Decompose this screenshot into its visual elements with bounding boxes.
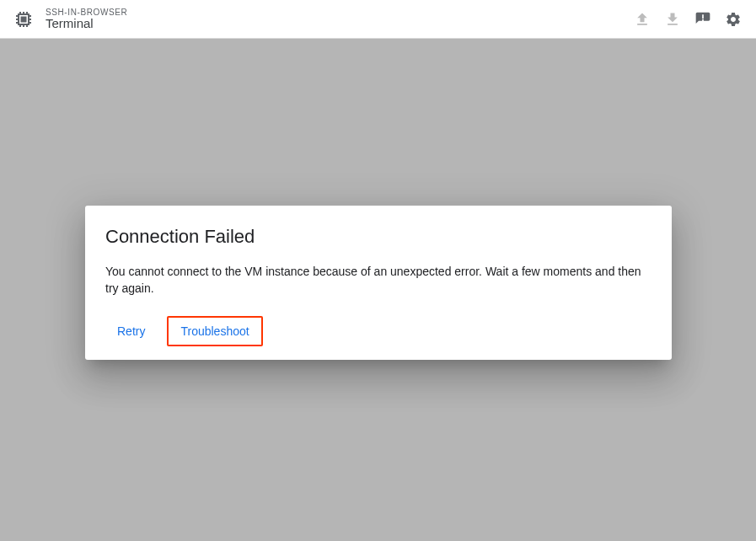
connection-failed-dialog: Connection Failed You cannot connect to …: [85, 206, 672, 360]
download-icon[interactable]: [663, 10, 682, 29]
svg-rect-1: [22, 17, 26, 21]
dialog-title: Connection Failed: [105, 226, 651, 248]
header-titles: SSH-IN-BROWSER Terminal: [46, 8, 127, 31]
chip-icon: [13, 9, 34, 29]
gear-icon[interactable]: [724, 10, 743, 29]
header-left: SSH-IN-BROWSER Terminal: [13, 8, 127, 31]
dialog-actions: Retry Troubleshoot: [105, 316, 651, 346]
feedback-icon[interactable]: [694, 10, 712, 29]
dialog-message: You cannot connect to the VM instance be…: [105, 263, 651, 297]
header-toolbar: [633, 10, 743, 29]
upload-icon[interactable]: [633, 10, 651, 29]
retry-button[interactable]: Retry: [105, 318, 157, 345]
app-header: SSH-IN-BROWSER Terminal: [0, 0, 756, 39]
header-title: Terminal: [46, 17, 127, 31]
troubleshoot-button[interactable]: Troubleshoot: [167, 316, 262, 346]
